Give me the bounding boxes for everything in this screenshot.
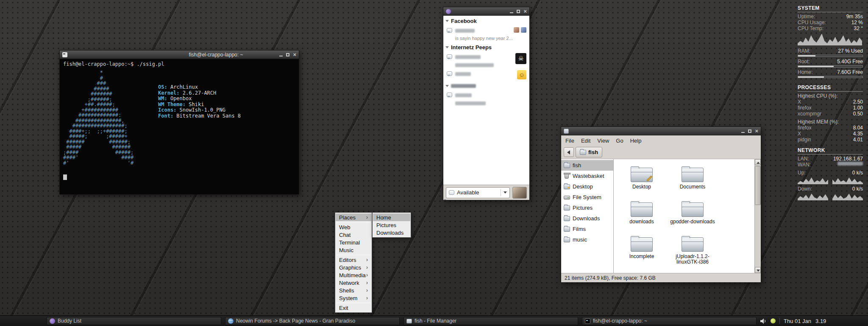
folder-icon — [564, 216, 570, 221]
info-label: OS: — [158, 84, 167, 90]
menu-help[interactable]: Help — [627, 136, 645, 145]
info-label: Font: — [158, 113, 173, 119]
sidebar-item-music[interactable]: music — [561, 234, 613, 245]
menu-file[interactable]: File — [562, 136, 578, 145]
buddy-row[interactable] — [443, 90, 529, 107]
file-item-gpodder-downloads[interactable]: gpodder-downloads — [667, 201, 718, 236]
file-label: Incomplete — [616, 254, 667, 259]
sidebar-item-downloads[interactable]: Downloads — [561, 213, 613, 224]
status-selector[interactable]: Available — [446, 187, 510, 198]
scrollbar-thumb[interactable] — [755, 166, 761, 205]
expander-icon[interactable] — [445, 20, 449, 24]
menu-item-graphics[interactable]: Graphics› — [336, 264, 371, 271]
divider — [798, 154, 863, 155]
group-internetz-peeps[interactable]: Internetz Peeps — [443, 42, 529, 51]
menu-item-shells[interactable]: Shells› — [336, 287, 371, 294]
minimize-icon[interactable] — [279, 56, 283, 56]
menu-item-network[interactable]: Network› — [336, 279, 371, 287]
conky-value: 27 % Used — [838, 48, 863, 54]
scroll-down-icon[interactable] — [755, 267, 761, 273]
menu-item-editors[interactable]: Editors› — [336, 256, 371, 264]
close-icon[interactable]: × — [523, 8, 527, 14]
status-bubble-icon — [447, 54, 452, 59]
terminal-output[interactable]: fish@el-crappo-lappo:~$ ./ssig.pl * # ##… — [60, 59, 299, 194]
file-item-incomplete[interactable]: Incomplete — [616, 236, 667, 270]
sidebar-item-films[interactable]: Films — [561, 224, 613, 234]
usage-bar — [798, 65, 863, 67]
taskbar-button-buddy-list[interactable]: Buddy List — [47, 317, 221, 325]
file-item-documents[interactable]: Documents — [667, 166, 718, 201]
divider — [798, 91, 863, 92]
sidebar-item-wastebasket[interactable]: Wastebasket — [561, 171, 613, 181]
usage-bar-fill — [798, 66, 834, 67]
redacted-group[interactable] — [443, 81, 529, 90]
conky-value: 9m 35s — [846, 14, 863, 20]
submenu-item-pictures[interactable]: Pictures — [373, 221, 410, 229]
path-tab[interactable]: fish — [576, 147, 602, 157]
sidebar-item-fish[interactable]: fish — [561, 160, 613, 171]
menu-item-multimedia[interactable]: Multimedia› — [336, 271, 371, 279]
sidebar-item-file-system[interactable]: File System — [561, 192, 613, 202]
group-facebook[interactable]: Facebook — [443, 16, 529, 25]
buddy-row[interactable]: ☠ — [443, 51, 529, 68]
conky-label: xcompmgr — [798, 111, 821, 117]
file-label: jUploadr-1.1.2-linuxGTK-i386 — [667, 254, 718, 265]
taskbar-button-fish-file-manager[interactable]: fish - File Manager — [403, 317, 578, 325]
clock-time: 3.19 — [815, 318, 826, 324]
minimize-icon[interactable] — [741, 132, 745, 133]
close-icon[interactable]: × — [755, 128, 758, 134]
menu-view[interactable]: View — [594, 136, 612, 145]
chevron-down-icon — [504, 191, 507, 195]
menu-item-terminal[interactable]: Terminal — [336, 239, 371, 246]
sidebar-item-desktop[interactable]: Desktop — [561, 181, 613, 192]
maximize-icon[interactable] — [286, 53, 289, 56]
submenu-arrow-icon: › — [366, 257, 368, 263]
scroll-up-icon[interactable] — [755, 159, 761, 165]
menu-item-chat[interactable]: Chat — [336, 231, 371, 239]
volume-icon[interactable] — [760, 318, 767, 324]
usage-bar-fill — [798, 76, 824, 78]
sidebar-item-pictures[interactable]: Pictures — [561, 202, 613, 213]
menu-go[interactable]: Go — [612, 136, 626, 145]
conky-label: CPU Temp: — [798, 25, 823, 31]
submenu-item-home[interactable]: Home — [373, 214, 410, 221]
menu-item-places[interactable]: Places› — [336, 214, 371, 221]
scrollbar[interactable] — [754, 159, 761, 273]
skull-avatar: ☠ — [515, 53, 526, 64]
taskbar-button-neowin-forums-back-page-news-gran-paradiso[interactable]: Neowin Forums -> Back Page News - Gran P… — [225, 317, 400, 325]
file-manager-titlebar[interactable]: × — [561, 127, 761, 135]
pidgin-tray-icon[interactable] — [771, 318, 776, 323]
taskbar-button-fish-el-crappo-lappo[interactable]: fish@el-crappo-lappo: ~ — [582, 317, 757, 325]
file-item-desktop[interactable]: Desktop — [616, 166, 667, 201]
menu-item-exit[interactable]: Exit — [336, 304, 371, 312]
file-item-juploadr-1-1-2-linuxgtk-i386[interactable]: jUploadr-1.1.2-linuxGTK-i386 — [667, 236, 718, 270]
file-item-downloads[interactable]: downloads — [616, 201, 667, 236]
terminal-titlebar[interactable]: fish@el-crappo-lappo: ~ × — [60, 51, 299, 59]
maximize-icon[interactable] — [517, 10, 520, 13]
buddy-row[interactable]: is sayin happy new year 2... — [443, 25, 529, 42]
folder-icon — [630, 201, 654, 218]
expander-icon[interactable] — [445, 85, 449, 89]
folder-icon — [580, 150, 586, 155]
menu-item-web[interactable]: Web — [336, 223, 371, 231]
own-buddy-icon[interactable] — [512, 187, 527, 199]
menu-edit[interactable]: Edit — [578, 136, 594, 145]
usage-bar — [798, 55, 863, 57]
back-button[interactable] — [564, 147, 574, 157]
redacted-group-label — [451, 84, 476, 88]
buddy-list-titlebar[interactable]: × — [443, 7, 529, 16]
menu-item-system[interactable]: System› — [336, 294, 371, 302]
maximize-icon[interactable] — [748, 129, 751, 133]
minimize-icon[interactable] — [510, 12, 513, 13]
close-icon[interactable]: × — [293, 52, 296, 57]
expander-icon[interactable] — [445, 46, 449, 50]
conky-row: firefox1.00 — [798, 105, 863, 111]
menu-item-music[interactable]: Music — [336, 246, 371, 254]
buddy-row[interactable]: ☺ — [443, 68, 529, 81]
info-value: ArchLinux — [167, 84, 198, 90]
statusbar: 21 items (274.9 kB), Free space: 7.6 GB — [561, 273, 761, 282]
submenu-item-downloads[interactable]: Downloads — [373, 229, 410, 236]
conky-section-header: PROCESSES — [798, 84, 863, 90]
places-sidebar: fishWastebasketDesktopFile SystemPicture… — [561, 159, 614, 273]
taskbar-button-label: Buddy List — [58, 318, 81, 324]
